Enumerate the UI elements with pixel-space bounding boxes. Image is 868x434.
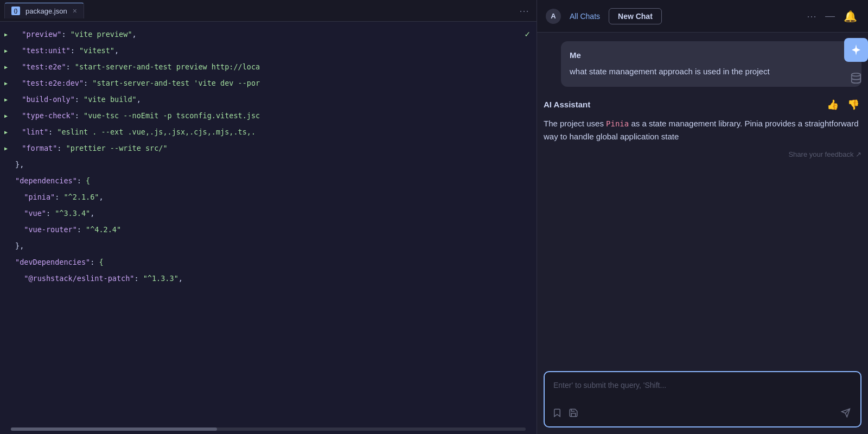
chat-input-field[interactable] [553,380,852,403]
ai-name-label: AI Assistant [544,100,820,109]
code-text: "@rushstack/eslint-patch": "^1.3.3", [15,272,183,285]
code-text: "type-check": "vue-tsc --noEmit -p tscon… [13,110,260,122]
chat-input-area [537,367,868,434]
chat-messages-list: Me ⋯ what state management approach is u… [537,33,868,367]
chat-minimize-button[interactable]: — [823,10,837,22]
code-text: "test:e2e": "start-server-and-test previ… [13,61,260,73]
run-icon[interactable]: ▶ [4,144,8,153]
user-message-text: what state management approach is used i… [570,66,853,78]
code-line: ▶ "test:unit": "vitest", [0,42,537,59]
thumbup-icon[interactable]: 👍 [825,98,841,112]
check-icon: ✓ [525,27,530,41]
editor-tab[interactable]: {} package.json × [4,3,84,18]
user-name-label: Me [570,50,581,60]
code-text: "preview": "vite preview", [13,28,137,41]
run-icon[interactable]: ▶ [4,127,8,137]
run-icon[interactable]: ▶ [4,30,8,39]
chat-more-button[interactable]: ⋯ [805,10,819,22]
code-text: "build-only": "vite build", [13,93,141,106]
chat-input-toolbar [551,405,854,421]
all-chats-button[interactable]: All Chats [565,10,604,23]
file-type-icon: {} [11,7,20,15]
code-text: "lint": "eslint . --ext .vue,.js,.jsx,.c… [13,126,256,138]
chat-panel: A All Chats New Chat ⋯ — 🔔 Me ⋯ what sta… [537,0,868,434]
code-line: "dependencies": { [0,173,537,189]
code-line: }, [0,238,537,254]
code-line: ▶ "test:e2e:dev": "start-server-and-test… [0,75,537,91]
run-icon[interactable]: ▶ [4,62,8,72]
code-line: "pinia": "^2.1.6", [0,189,537,205]
code-line: ▶ "build-only": "vite build", [0,91,537,107]
editor-scrollbar-track[interactable] [11,427,526,431]
database-icon-button[interactable] [844,66,868,90]
editor-scrollbar-thumb[interactable] [11,427,217,431]
code-area: ▶ "preview": "vite preview",✓▶ "test:uni… [0,26,537,286]
save-input-icon[interactable] [567,407,579,419]
code-text: "test:unit": "vitest", [13,44,119,57]
code-text: "devDependencies": { [15,256,104,269]
ai-avatar-icon: A [546,9,561,24]
share-feedback-link[interactable]: Share your feedback ↗ [788,150,861,158]
thumbdown-icon[interactable]: 👎 [845,98,861,112]
run-icon[interactable]: ▶ [4,111,8,120]
tab-more-button[interactable]: ⋯ [516,5,532,17]
chat-notification-button[interactable]: 🔔 [841,10,859,23]
bookmark-input-icon[interactable] [551,407,563,419]
sparkle-ai-button[interactable] [844,38,868,62]
chat-header: A All Chats New Chat ⋯ — 🔔 [537,0,868,33]
tab-filename: package.json [25,7,67,15]
run-icon[interactable]: ▶ [4,95,8,104]
run-icon[interactable]: ▶ [4,79,8,88]
new-chat-button[interactable]: New Chat [609,8,662,24]
editor-panel: {} package.json × ⋯ ▶ "preview": "vite p… [0,0,537,434]
code-line: "vue": "^3.3.4", [0,205,537,221]
code-text: "format": "prettier --write src/" [13,142,168,155]
code-text: "vue": "^3.3.4", [15,207,94,220]
code-line: "@rushstack/eslint-patch": "^1.3.3", [0,270,537,286]
code-text: "dependencies": { [15,175,90,187]
code-line: "devDependencies": { [0,254,537,270]
code-text: "test:e2e:dev": "start-server-and-test '… [13,77,260,90]
code-line: ▶ "test:e2e": "start-server-and-test pre… [0,59,537,75]
user-message-header: Me ⋯ [570,50,853,60]
code-line: ▶ "type-check": "vue-tsc --noEmit -p tsc… [0,107,537,124]
code-line: ▶ "format": "prettier --write src/" [0,140,537,156]
ai-message-text: The project uses Pinia as a state manage… [544,117,861,144]
user-message-card: Me ⋯ what state management approach is u… [561,41,861,87]
editor-content: ▶ "preview": "vite preview",✓▶ "test:uni… [0,22,537,434]
code-text: "pinia": "^2.1.6", [15,191,104,203]
code-line: ▶ "lint": "eslint . --ext .vue,.js,.jsx,… [0,124,537,140]
code-text: }, [15,240,24,252]
code-line: }, [0,156,537,173]
ai-message-card: AI Assistant 👍 👎 The project uses Pinia … [544,95,861,161]
svg-point-2 [852,73,861,76]
chat-input-box [544,371,861,427]
code-text: "vue-router": "^4.2.4" [15,224,121,236]
code-line: ▶ "preview": "vite preview",✓ [0,26,537,42]
feedback-link-area: Share your feedback ↗ [544,150,861,158]
editor-tab-bar: {} package.json × ⋯ [0,0,537,22]
code-line: "vue-router": "^4.2.4" [0,221,537,238]
ai-message-header: AI Assistant 👍 👎 [544,98,861,112]
run-icon[interactable]: ▶ [4,46,8,55]
code-text: }, [15,158,24,171]
tab-close-icon[interactable]: × [73,7,77,15]
send-message-button[interactable] [838,405,854,421]
